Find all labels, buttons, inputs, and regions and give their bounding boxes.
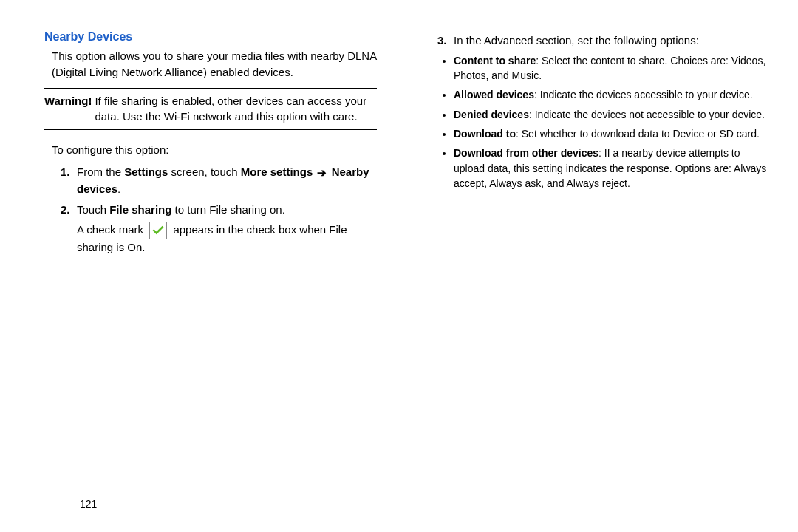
bullet-text: : Indicate the devices accessible to you…: [534, 89, 753, 100]
text: Touch: [77, 203, 109, 216]
step-2: 2. Touch File sharing to turn File shari…: [61, 202, 377, 256]
arrow-right-icon: ➔: [314, 166, 330, 179]
bullet-name: Content to share: [454, 55, 536, 66]
bullet-name: Denied devices: [454, 109, 529, 120]
step-body: From the Settings screen, touch More set…: [77, 164, 377, 197]
warning-text: If file sharing is enabled, other device…: [95, 93, 377, 126]
bullets-list: Content to share: Select the content to …: [440, 53, 768, 191]
list-item: Download from other devices: If a nearby…: [454, 146, 768, 191]
step-3: 3. In the Advanced section, set the foll…: [437, 33, 768, 49]
text: to turn File sharing on.: [171, 203, 284, 216]
bold-text: Settings: [124, 166, 168, 178]
step-1: 1. From the Settings screen, touch More …: [61, 164, 377, 197]
manual-page: Nearby Devices This option allows you to…: [0, 0, 798, 532]
configure-label: To configure this option:: [52, 142, 377, 158]
steps-list-right: 3. In the Advanced section, set the foll…: [437, 33, 768, 49]
bullet-text: : Indicate the devices not accessible to…: [529, 109, 765, 120]
bold-text: File sharing: [109, 203, 171, 216]
checkmark-icon: [149, 222, 167, 239]
bullet-name: Allowed devices: [454, 89, 534, 100]
divider: [44, 129, 377, 130]
divider: [44, 88, 377, 89]
text: From the: [77, 166, 124, 178]
left-column: Nearby Devices This option allows you to…: [44, 28, 406, 517]
step-body: Touch File sharing to turn File sharing …: [77, 202, 377, 256]
page-number: 121: [80, 498, 97, 510]
list-item: Content to share: Select the content to …: [454, 53, 768, 83]
list-item: Download to: Set whether to download dat…: [454, 126, 768, 141]
warning-label: Warning!: [44, 93, 92, 126]
right-column: 3. In the Advanced section, set the foll…: [406, 28, 768, 517]
text: .: [117, 183, 120, 195]
text: A check mark: [77, 223, 146, 236]
bullet-name: Download to: [454, 128, 516, 140]
step-number: 3.: [437, 33, 454, 49]
list-item: Allowed devices: Indicate the devices ac…: [454, 87, 768, 102]
text: screen, touch: [168, 166, 240, 178]
step-number: 2.: [61, 202, 77, 256]
step-body: In the Advanced section, set the followi…: [454, 33, 768, 49]
section-heading: Nearby Devices: [44, 28, 377, 45]
list-item: Denied devices: Indicate the devices not…: [454, 107, 768, 122]
warning-block: Warning! If file sharing is enabled, oth…: [44, 88, 377, 131]
intro-paragraph: This option allows you to share your med…: [52, 48, 377, 81]
step-number: 1.: [61, 164, 77, 197]
bullet-name: Download from other devices: [454, 147, 598, 159]
bullet-text: : Set whether to download data to Device…: [516, 128, 760, 140]
bold-text: More settings: [241, 166, 313, 178]
steps-list: 1. From the Settings screen, touch More …: [61, 164, 377, 256]
